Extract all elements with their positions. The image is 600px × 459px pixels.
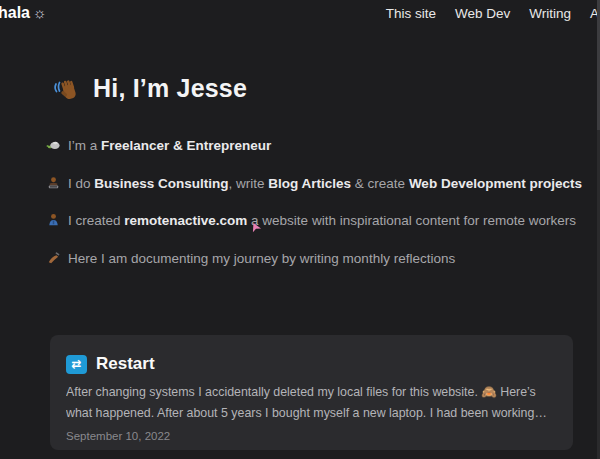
office-worker-emoji [46,213,61,228]
page-title-text: Hi, I’m Jesse [93,74,247,103]
intro-line-text: Here I am documenting my journey by writ… [68,251,455,266]
sun-icon[interactable]: ☼ [33,4,47,22]
post-title[interactable]: Restart [96,354,155,374]
technologist-emoji [46,176,61,191]
waving-hand-emoji [52,75,80,103]
writing-hand-emoji [46,251,61,266]
post-excerpt: After changing systems I accidentally de… [66,382,557,423]
post-card[interactable]: ⇄ Restart After changing systems I accid… [50,335,573,450]
post-date: September 10, 2022 [66,430,557,442]
dove-emoji [46,138,61,153]
intro-line-text: I’m a Freelancer & Entrepreneur [68,138,271,153]
nav-item-writing[interactable]: Writing [529,6,571,21]
post-header: ⇄ Restart [66,354,557,374]
intro-line: I do Business Consulting, write Blog Art… [46,176,566,191]
nav-item-web-dev[interactable]: Web Dev [455,6,510,21]
site-logo[interactable]: hala [0,4,30,22]
intro-line: Here I am documenting my journey by writ… [46,251,566,266]
intro-line-text: I do Business Consulting, write Blog Art… [68,176,582,191]
intro-line: I created remotenactive.com a website wi… [46,213,566,228]
top-nav: This siteWeb DevWritingA [386,6,599,21]
restart-icon: ⇄ [66,355,87,374]
nav-item-this-site[interactable]: This site [386,6,436,21]
intro-line: I’m a Freelancer & Entrepreneur [46,138,566,153]
intro-lines: I’m a Freelancer & EntrepreneurI do Busi… [46,138,566,288]
page-title: Hi, I’m Jesse [52,74,247,103]
intro-line-text: I created remotenactive.com a website wi… [68,213,576,228]
